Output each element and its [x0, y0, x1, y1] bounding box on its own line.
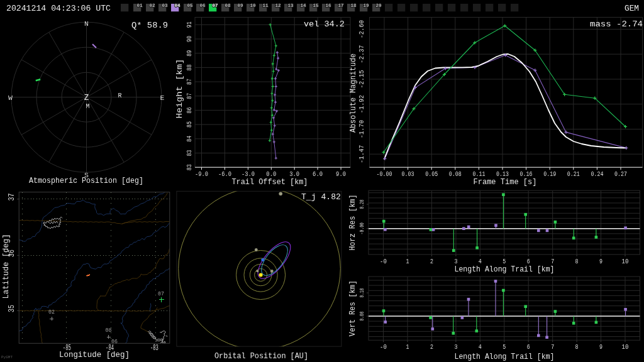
svg-text:0.00: 0.00 — [358, 311, 365, 321]
svg-text:N: N — [84, 19, 89, 28]
svg-text:02: 02 — [150, 3, 155, 8]
svg-text:09: 09 — [238, 3, 243, 8]
svg-text:0.13: 0.13 — [496, 170, 509, 178]
svg-text:Latitude [deg]: Latitude [deg] — [2, 234, 11, 299]
svg-text:0.03: 0.03 — [402, 170, 414, 178]
svg-text:4: 4 — [479, 257, 482, 265]
svg-text:10: 10 — [622, 343, 629, 351]
svg-text:01: 01 — [137, 3, 143, 8]
svg-text:5: 5 — [502, 343, 506, 351]
svg-text:-1.92: -1.92 — [358, 95, 365, 113]
svg-text:0.16: 0.16 — [520, 170, 533, 178]
svg-text:03: 03 — [162, 3, 168, 8]
svg-text:0.0: 0.0 — [266, 170, 276, 178]
svg-text:08: 08 — [225, 3, 231, 8]
svg-text:Atmospheric Position [deg]: Atmospheric Position [deg] — [29, 176, 143, 185]
svg-text:14: 14 — [301, 3, 306, 8]
svg-text:2: 2 — [430, 343, 433, 351]
svg-text:Vert Res [km]: Vert Res [km] — [348, 280, 357, 336]
svg-text:-3.0: -3.0 — [242, 170, 255, 178]
svg-text:9.0: 9.0 — [336, 170, 346, 178]
svg-text:10: 10 — [622, 257, 629, 265]
svg-text:15: 15 — [313, 3, 319, 8]
svg-text:04: 04 — [175, 3, 180, 8]
svg-text:6.0: 6.0 — [313, 170, 323, 178]
svg-text:10: 10 — [250, 3, 256, 8]
svg-text:0.08: 0.08 — [449, 170, 462, 178]
svg-text:-0: -0 — [380, 257, 387, 265]
svg-text:17: 17 — [338, 3, 344, 8]
svg-text:PyGMT: PyGMT — [1, 355, 13, 359]
svg-text:6: 6 — [527, 257, 530, 265]
svg-text:Absolute Magnitude: Absolute Magnitude — [349, 53, 358, 133]
svg-text:1: 1 — [406, 343, 409, 351]
svg-text:W: W — [8, 94, 13, 102]
svg-text:20241214 04:23:06 UTC: 20241214 04:23:06 UTC — [6, 4, 111, 13]
svg-text:85: 85 — [186, 121, 193, 128]
svg-text:87: 87 — [186, 79, 193, 85]
svg-text:18: 18 — [351, 3, 357, 8]
svg-text:08: 08 — [106, 327, 112, 334]
svg-text:0.05: 0.05 — [425, 170, 438, 178]
svg-text:-6.0: -6.0 — [218, 170, 231, 178]
svg-text:86: 86 — [186, 107, 193, 113]
svg-text:8: 8 — [575, 343, 579, 351]
svg-text:Longitude [deg]: Longitude [deg] — [59, 351, 130, 359]
svg-text:87: 87 — [186, 93, 193, 99]
svg-text:3: 3 — [454, 257, 457, 265]
svg-text:-0: -0 — [380, 343, 387, 351]
svg-text:91: 91 — [186, 21, 193, 28]
svg-text:35: 35 — [8, 305, 16, 312]
svg-text:07: 07 — [158, 290, 164, 297]
svg-text:3: 3 — [454, 343, 457, 351]
svg-text:3.0: 3.0 — [289, 170, 299, 178]
svg-text:88: 88 — [186, 64, 193, 70]
svg-text:7: 7 — [551, 257, 554, 265]
svg-text:9: 9 — [599, 257, 602, 265]
svg-text:-0.00: -0.00 — [377, 170, 392, 178]
svg-text:83: 83 — [186, 150, 193, 156]
svg-text:06: 06 — [200, 3, 206, 8]
svg-text:4: 4 — [479, 343, 482, 351]
svg-text:0.10: 0.10 — [358, 288, 365, 297]
svg-text:M: M — [86, 103, 89, 110]
svg-text:R: R — [118, 92, 121, 99]
svg-text:0.24: 0.24 — [591, 170, 603, 178]
svg-text:07: 07 — [213, 3, 218, 8]
svg-text:19: 19 — [364, 3, 369, 8]
svg-text:Length Along Trail [km]: Length Along Trail [km] — [455, 353, 555, 361]
svg-text:0.11: 0.11 — [472, 170, 485, 178]
svg-text:Z: Z — [84, 94, 89, 102]
svg-text:89: 89 — [186, 50, 193, 57]
svg-text:-1.70: -1.70 — [358, 120, 365, 138]
svg-text:0.20: 0.20 — [358, 199, 365, 209]
svg-text:Height [km]: Height [km] — [175, 59, 184, 119]
svg-text:vel 34.2: vel 34.2 — [304, 19, 345, 29]
svg-text:16: 16 — [326, 3, 331, 8]
svg-text:90: 90 — [186, 36, 193, 42]
svg-text:02: 02 — [48, 309, 55, 315]
svg-text:12: 12 — [275, 3, 281, 8]
svg-text:0.21: 0.21 — [567, 170, 580, 178]
svg-text:0.27: 0.27 — [614, 170, 627, 178]
svg-text:-2.37: -2.37 — [358, 45, 365, 63]
svg-text:T_j 4.82: T_j 4.82 — [301, 192, 341, 202]
svg-text:2: 2 — [430, 257, 433, 265]
svg-text:-2.15: -2.15 — [358, 70, 365, 89]
svg-text:9: 9 — [599, 343, 602, 351]
svg-text:0.19: 0.19 — [543, 170, 556, 178]
svg-text:mass -2.74: mass -2.74 — [590, 19, 643, 29]
svg-text:-1.47: -1.47 — [358, 145, 365, 163]
svg-text:5: 5 — [502, 257, 506, 265]
svg-text:Frame Time [s]: Frame Time [s] — [474, 178, 537, 187]
svg-text:-9.0: -9.0 — [195, 170, 208, 178]
svg-text:6: 6 — [527, 343, 530, 351]
svg-text:Orbital Position [AU]: Orbital Position [AU] — [214, 351, 308, 361]
svg-text:Horz Res [km]: Horz Res [km] — [348, 195, 357, 251]
svg-text:1: 1 — [406, 257, 409, 265]
svg-text:Trail Offset [km]: Trail Offset [km] — [232, 178, 308, 187]
svg-text:37: 37 — [8, 194, 16, 201]
svg-text:-2.60: -2.60 — [358, 20, 365, 38]
svg-text:7: 7 — [551, 343, 554, 351]
svg-text:Length Along Trail [km]: Length Along Trail [km] — [455, 265, 555, 274]
